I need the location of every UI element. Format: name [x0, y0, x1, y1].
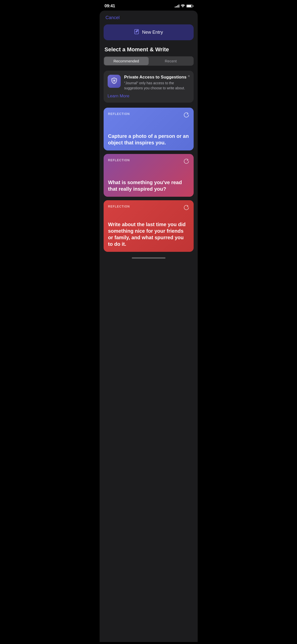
wifi-icon — [181, 4, 185, 8]
card-2-type: REFLECTION — [108, 158, 130, 162]
privacy-close-button[interactable]: × — [188, 74, 190, 78]
privacy-text-block: Private Access to Suggestions "Journal" … — [124, 75, 190, 91]
card-1-header: REFLECTION — [108, 112, 189, 118]
card-2-prompt: What is something you've read that reall… — [108, 179, 189, 192]
status-bar: 09:41 — [100, 0, 198, 11]
signal-icon — [175, 5, 179, 8]
status-icons — [175, 4, 193, 8]
privacy-icon-wrapper: ✦ — [108, 75, 121, 88]
segment-control: Recommended Recent — [104, 56, 194, 66]
card-3-type: REFLECTION — [108, 205, 130, 208]
privacy-card-header: ✦ Private Access to Suggestions "Journal… — [108, 75, 190, 91]
main-content: Cancel New Entry Select a Moment & Write… — [100, 11, 198, 642]
segment-recommended[interactable]: Recommended — [104, 57, 149, 65]
home-indicator — [100, 255, 198, 260]
privacy-title: Private Access to Suggestions — [124, 75, 190, 80]
card-3-prompt: Write about the last time you did someth… — [108, 221, 189, 247]
privacy-icon: ✦ — [111, 77, 118, 86]
reflection-card-1[interactable]: REFLECTION Capture a photo of a person o… — [104, 108, 194, 150]
card-1-type: REFLECTION — [108, 112, 130, 116]
card-1-prompt: Capture a photo of a person or an object… — [108, 133, 189, 146]
new-entry-label: New Entry — [142, 30, 163, 35]
reflection-card-2[interactable]: REFLECTION What is something you've read… — [104, 154, 194, 197]
card-2-header: REFLECTION — [108, 158, 189, 165]
segment-recent[interactable]: Recent — [149, 57, 193, 65]
card-3-header: REFLECTION — [108, 205, 189, 211]
new-entry-button[interactable]: New Entry — [104, 24, 194, 40]
card-1-refresh-button[interactable] — [184, 112, 189, 118]
cancel-button[interactable]: Cancel — [106, 15, 120, 20]
privacy-description: "Journal" only has access to the suggest… — [124, 81, 190, 91]
status-time: 09:41 — [105, 4, 115, 9]
reflection-card-3[interactable]: REFLECTION Write about the last time you… — [104, 200, 194, 252]
card-3-refresh-button[interactable] — [184, 205, 189, 211]
battery-icon — [186, 5, 193, 8]
home-bar — [132, 257, 165, 259]
learn-more-button[interactable]: Learn More — [108, 94, 130, 99]
cancel-bar: Cancel — [100, 11, 198, 23]
svg-text:✦: ✦ — [113, 79, 115, 83]
card-2-refresh-button[interactable] — [184, 158, 189, 165]
new-entry-icon — [134, 29, 140, 36]
privacy-card: ✦ Private Access to Suggestions "Journal… — [104, 71, 194, 103]
section-title: Select a Moment & Write — [100, 45, 198, 56]
